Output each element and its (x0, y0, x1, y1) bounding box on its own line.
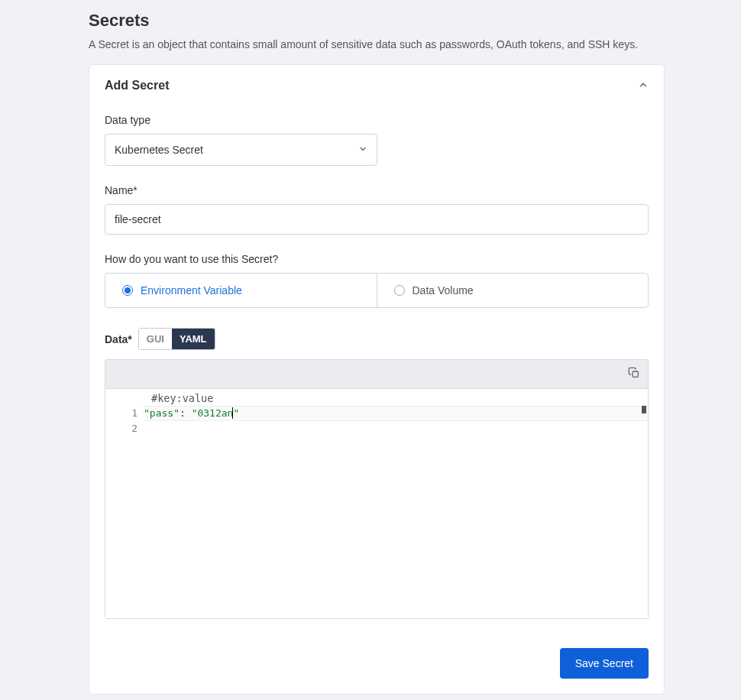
editor-toolbar (105, 360, 648, 389)
yaml-editor: #key:value 1 2 "pass": "0312an" (105, 359, 649, 619)
name-label: Name* (105, 184, 649, 196)
usage-option-volume[interactable]: Data Volume (377, 274, 649, 307)
page-description: A Secret is an object that contains smal… (89, 38, 665, 50)
usage-option-label: Environment Variable (141, 284, 242, 297)
chevron-down-icon (358, 144, 367, 156)
code-line: "pass": "0312an" (144, 406, 648, 421)
data-type-label: Data type (105, 114, 649, 126)
line-number-gutter: 1 2 (105, 389, 144, 618)
data-label: Data* (105, 333, 132, 345)
usage-radio-group: Environment Variable Data Volume (105, 273, 649, 308)
radio-icon (394, 285, 405, 296)
name-input[interactable] (105, 204, 649, 235)
usage-label: How do you want to use this Secret? (105, 253, 649, 265)
data-type-select[interactable]: Kubernetes Secret (105, 134, 377, 166)
chevron-up-icon[interactable] (638, 79, 649, 92)
copy-icon[interactable] (628, 367, 640, 381)
line-number: 1 (105, 406, 138, 421)
card-header[interactable]: Add Secret (89, 65, 664, 106)
editor-toggle: GUI YAML (138, 328, 215, 350)
usage-option-label: Data Volume (413, 284, 474, 297)
toggle-yaml-button[interactable]: YAML (172, 329, 215, 349)
add-secret-card: Add Secret Data type Kubernetes Secret N… (89, 64, 665, 695)
save-secret-button[interactable]: Save Secret (560, 648, 649, 679)
code-area[interactable]: "pass": "0312an" (144, 389, 648, 618)
usage-option-env[interactable]: Environment Variable (105, 274, 377, 307)
svg-rect-0 (633, 371, 638, 377)
line-number: 2 (105, 421, 138, 436)
page-title: Secrets (89, 11, 665, 31)
editor-body[interactable]: #key:value 1 2 "pass": "0312an" (105, 389, 648, 618)
radio-icon (122, 285, 133, 296)
toggle-gui-button[interactable]: GUI (139, 329, 172, 349)
card-title: Add Secret (105, 79, 169, 92)
data-type-value: Kubernetes Secret (115, 144, 203, 156)
code-line (144, 421, 648, 436)
